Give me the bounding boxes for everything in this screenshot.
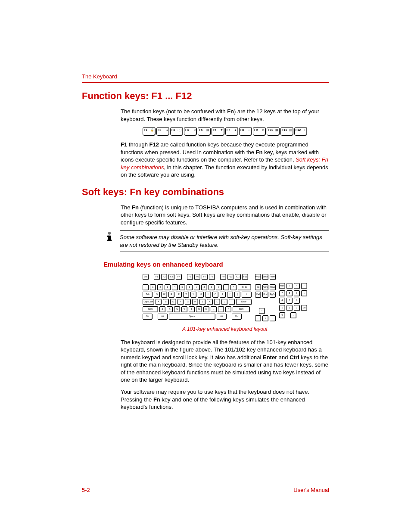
key: 0 [279, 312, 285, 318]
function-key-row-figure: F1🔒F2●F3→▢F4⎚F5▤F6▼F7▲F8↔F9⊘F10▦F11▥F12⏸ [121, 127, 329, 136]
key: Del [255, 292, 261, 298]
key: 2 [286, 305, 293, 311]
key: Enter [236, 299, 252, 305]
key: S [163, 299, 169, 305]
key: CapsLock [143, 299, 154, 305]
key: C [174, 306, 180, 312]
key: P [220, 292, 226, 298]
key: - [223, 284, 229, 290]
key: * [294, 283, 300, 289]
keyboard-layout-figure: EscF1F2F3F4F5F6F7F8F9F10F11F12~123456789… [121, 274, 329, 321]
key: F9 [220, 274, 226, 280]
key: K [207, 299, 213, 305]
emulating-body: EscF1F2F3F4F5F6F7F8F9F10F11F12~123456789… [121, 274, 329, 411]
key: . [218, 306, 224, 312]
fkey-f3: F3→▢ [170, 127, 183, 136]
key: Space [169, 314, 215, 320]
key: X [167, 306, 173, 312]
fkey-f11: F11▥ [280, 127, 293, 136]
fkey-f1: F1🔒 [143, 127, 156, 136]
fk-p2-a: F1 [121, 141, 127, 148]
key: = [230, 284, 237, 290]
key: F2 [161, 274, 167, 280]
key: L [214, 299, 220, 305]
fkey-f8: F8↔ [239, 127, 252, 136]
key: ~ [143, 284, 149, 290]
key: Num [279, 283, 285, 289]
key: \ [242, 292, 252, 298]
key: M [203, 306, 209, 312]
sk-p1-a: The [121, 204, 132, 211]
key: U [198, 292, 204, 298]
key: ← [255, 315, 261, 321]
key: Shift [143, 306, 158, 312]
fk-p1-a: The function keys (not to be confused wi… [121, 108, 227, 115]
key: Z [159, 306, 165, 312]
key: Ctrl [143, 314, 153, 320]
key: ↑ [259, 308, 265, 314]
key: F7 [202, 274, 208, 280]
key: 5 [179, 284, 185, 290]
key: → [270, 315, 276, 321]
key: F [177, 299, 184, 305]
key: H [192, 299, 198, 305]
key: B [189, 306, 195, 312]
fkey-f10: F10▦ [267, 127, 280, 136]
key: PrtSc [255, 274, 261, 280]
key: + [301, 290, 307, 296]
key: F8 [209, 274, 215, 280]
key: 9 [294, 290, 300, 296]
key: - [301, 283, 307, 289]
fkey-f6: F6▼ [212, 127, 224, 136]
key: 4 [279, 298, 285, 304]
key: V [181, 306, 187, 312]
key: / [225, 306, 231, 312]
fkey-f5: F5▤ [198, 127, 211, 136]
key: 0 [216, 284, 222, 290]
key: 1 [279, 305, 285, 311]
sk-p1-b: Fn [132, 204, 139, 211]
key: 3 [294, 305, 300, 311]
soft-keys-body: The Fn (function) is unique to TOSHIBA c… [121, 204, 329, 227]
footer-rule [82, 484, 329, 484]
function-keys-body: The function keys (not to be confused wi… [121, 108, 329, 179]
em-p2-b: Enter [263, 354, 277, 361]
key: Shift [233, 306, 250, 312]
key: 8 [286, 290, 293, 296]
fk-p2-c: F12 [149, 141, 159, 148]
key: , [211, 306, 217, 312]
key: 4 [172, 284, 178, 290]
fkey-f7: F7▲ [225, 127, 238, 136]
key: ; [221, 299, 227, 305]
fk-p2-b: through [127, 141, 149, 148]
key: / [286, 283, 293, 289]
key: F10 [227, 274, 234, 280]
key: R [176, 292, 182, 298]
em-p2-c: and [277, 354, 290, 361]
key: W [161, 292, 167, 298]
key: F3 [168, 274, 174, 280]
key: ' [229, 299, 235, 305]
key: PgUp [270, 284, 276, 290]
key: 1 [150, 284, 156, 290]
key: Scroll [262, 274, 268, 280]
key: A [156, 299, 162, 305]
key: Esc [143, 274, 149, 280]
key: PgDn [270, 292, 276, 298]
key: Y [190, 292, 196, 298]
key: Bk Sp [238, 284, 251, 290]
key: F4 [176, 274, 182, 280]
fk-p2-e: Fn [256, 149, 263, 156]
key: [ [227, 292, 233, 298]
fkey-f9: F9⊘ [253, 127, 266, 136]
em-p2-d: Ctrl [290, 354, 299, 361]
sk-p1-c: (function) is unique to TOSHIBA computer… [121, 204, 327, 226]
key: I [205, 292, 211, 298]
fk-p1-fn: Fn [227, 108, 234, 115]
key: 3 [165, 284, 171, 290]
page-number: 5-2 [82, 487, 90, 493]
key: ] [234, 292, 240, 298]
key: Alt [158, 314, 168, 320]
key: 5 [286, 298, 293, 304]
key: F12 [242, 274, 248, 280]
